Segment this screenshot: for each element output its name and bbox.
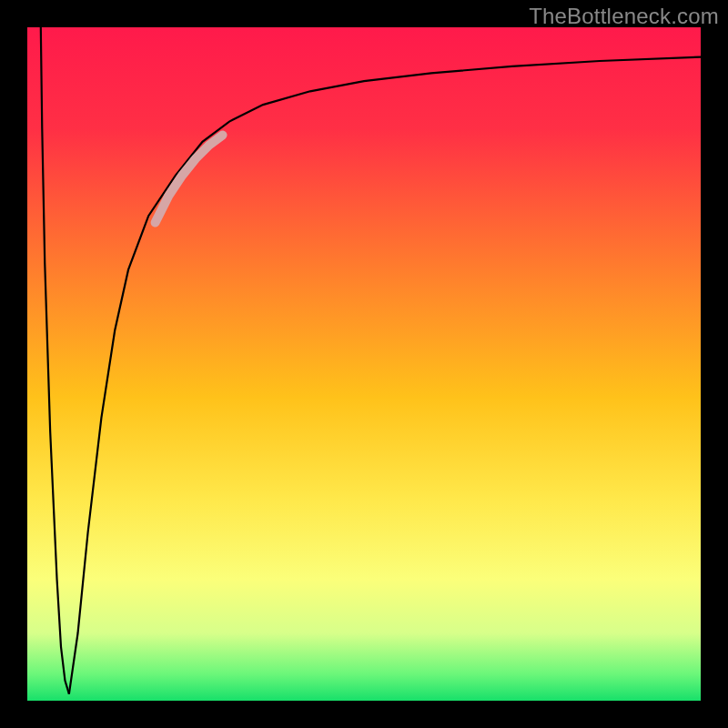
chart-canvas <box>27 27 701 701</box>
gradient-background <box>27 27 701 701</box>
plot-area <box>27 27 701 701</box>
chart-frame: TheBottleneck.com <box>0 0 728 728</box>
watermark-text: TheBottleneck.com <box>529 4 719 29</box>
